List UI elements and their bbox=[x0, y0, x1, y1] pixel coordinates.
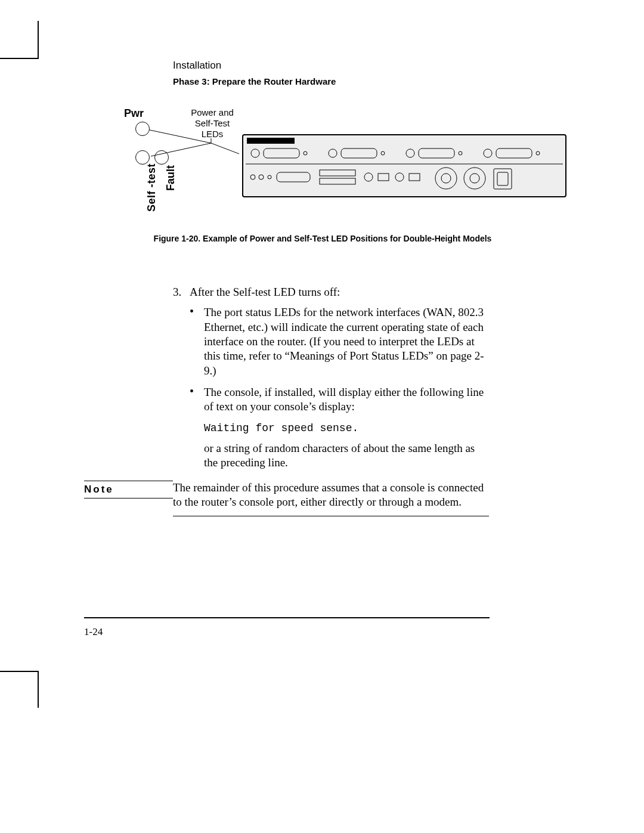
note-text: The remainder of this procedure assumes … bbox=[173, 481, 489, 516]
svg-rect-30 bbox=[494, 169, 512, 189]
bullet-icon: • bbox=[190, 305, 204, 378]
pwr-label: Pwr bbox=[124, 107, 144, 120]
svg-point-29 bbox=[464, 168, 485, 189]
svg-point-16 bbox=[536, 151, 540, 155]
svg-rect-6 bbox=[264, 148, 299, 158]
bullet-2: The console, if installed, will display … bbox=[204, 385, 489, 414]
figure: Pwr Power and Self-Test LEDs Self -test … bbox=[84, 107, 561, 227]
svg-rect-12 bbox=[419, 148, 454, 158]
svg-point-11 bbox=[406, 149, 414, 157]
svg-point-7 bbox=[304, 151, 307, 155]
svg-point-14 bbox=[484, 149, 492, 157]
svg-point-24 bbox=[364, 173, 373, 181]
svg-rect-22 bbox=[320, 170, 355, 176]
svg-line-1 bbox=[150, 130, 211, 143]
svg-point-5 bbox=[251, 149, 259, 157]
svg-point-28 bbox=[435, 168, 457, 189]
svg-point-8 bbox=[329, 149, 337, 157]
bullet-1: The port status LEDs for the network int… bbox=[204, 305, 489, 378]
bullet-icon: • bbox=[190, 385, 204, 414]
step-text: After the Self-test LED turns off: bbox=[190, 285, 340, 299]
svg-line-3 bbox=[211, 143, 239, 154]
after-mono: or a string of random characters of abou… bbox=[204, 441, 489, 470]
svg-point-10 bbox=[381, 151, 385, 155]
svg-rect-25 bbox=[378, 174, 389, 181]
svg-rect-4 bbox=[247, 138, 295, 144]
svg-rect-21 bbox=[277, 172, 310, 182]
footer-rule bbox=[84, 617, 490, 618]
svg-point-18 bbox=[250, 175, 255, 179]
selftest-label: Self -test bbox=[145, 163, 158, 212]
svg-rect-31 bbox=[497, 172, 508, 185]
svg-rect-23 bbox=[320, 178, 355, 184]
svg-point-13 bbox=[459, 151, 462, 155]
svg-line-2 bbox=[151, 143, 211, 156]
figure-caption: Figure 1-20. Example of Power and Self-T… bbox=[84, 234, 561, 243]
page-content: Installation Phase 3: Prepare the Router… bbox=[84, 60, 561, 516]
callout-leader-icon bbox=[144, 125, 245, 167]
svg-rect-27 bbox=[409, 174, 420, 181]
header-phase: Phase 3: Prepare the Router Hardware bbox=[173, 76, 561, 86]
header-section: Installation bbox=[173, 60, 561, 72]
note-block: Note The remainder of this procedure ass… bbox=[84, 481, 561, 516]
svg-point-19 bbox=[259, 175, 264, 179]
svg-rect-9 bbox=[341, 148, 377, 158]
fault-label: Fault bbox=[165, 165, 177, 191]
body-text: 3. After the Self-test LED turns off: • … bbox=[173, 285, 489, 470]
step-number: 3. bbox=[173, 285, 190, 299]
router-diagram bbox=[242, 134, 566, 197]
console-output: Waiting for speed sense. bbox=[204, 422, 489, 435]
svg-rect-15 bbox=[496, 148, 532, 158]
note-label: Note bbox=[84, 481, 173, 496]
svg-point-26 bbox=[395, 173, 404, 181]
page-number: 1-24 bbox=[84, 626, 103, 638]
svg-point-20 bbox=[268, 175, 271, 179]
